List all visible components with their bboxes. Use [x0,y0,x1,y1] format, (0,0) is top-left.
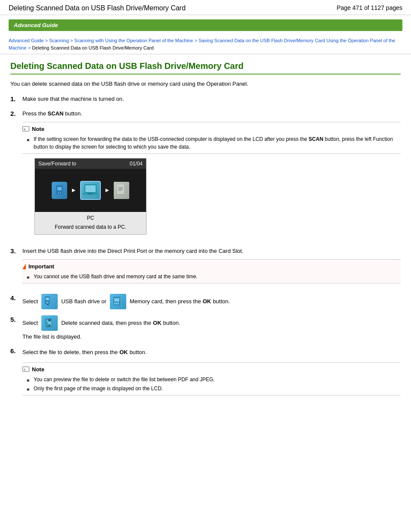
note-step2-header: Note [22,125,401,134]
step-6-text-after: button. [130,347,147,358]
step-5-number: 5. [10,316,22,323]
svg-rect-11 [118,189,123,190]
step-6-row: Select the file to delete, then press th… [22,347,401,358]
step-4-content: Select USB flash drive or [22,294,401,309]
svg-point-23 [48,319,51,321]
step-6: 6. Select the file to delete, then press… [10,347,401,400]
screen-icons-area: ► ► [35,169,146,212]
step-4-text-after: Memory card, then press the [130,296,201,307]
svg-rect-19 [114,302,115,305]
svg-rect-5 [85,185,96,192]
important-title: Important [28,262,54,271]
step-1-text: Make sure that the machine is turned on. [22,96,124,102]
step-2-text-before: Press the [22,110,48,117]
important-item-1: ■ You cannot use the USB flash drive and… [27,273,401,280]
note-step6-item-2: ■ Only the first page of the image is di… [27,385,401,392]
step-4-ok: OK [202,296,211,307]
step-4-text-select: Select [22,296,38,307]
step-2-scan-bold: SCAN [48,110,64,117]
step-4-number: 4. [10,294,22,302]
note-bullet: ■ [27,137,32,143]
step-5-text-after: Delete scanned data, then press the [61,317,151,329]
svg-point-3 [59,192,60,193]
important-bullet: ■ [27,274,32,280]
step-6-number: 6. [10,347,22,355]
note-step2: Note ■ If the setting screen for forward… [22,122,401,154]
svg-rect-10 [118,187,123,188]
step-5-text-end: button. [163,317,181,329]
usb-drive-icon [52,182,67,199]
screen-top-bar: Save/Forward to 01/04 [35,159,146,169]
svg-rect-24 [47,324,50,327]
screen-bottom: PC Forward scanned data to a PC. [35,212,146,234]
screen-page: 01/04 [130,160,143,168]
laptop-icon [80,181,101,200]
step-2-number: 2. [10,110,22,117]
breadcrumb: Advanced Guide > Scanning > Scanning wit… [0,35,411,54]
step-1: 1. Make sure that the machine is turned … [10,95,401,103]
step-5-row: Select Delete scanned data, then press t… [22,315,401,331]
step5-delete-icon [41,315,58,331]
page-header: Deleting Scanned Data on USB Flash Drive… [0,0,411,15]
advanced-guide-banner: Advanced Guide [9,19,402,31]
step-2-content: Press the SCAN button. Note ■ If the set… [22,109,401,241]
svg-marker-9 [124,184,126,186]
note-step6: Note ■ You can preview the file to delet… [22,362,401,395]
arrow-icon-1: ► [71,186,77,195]
document-icon [114,182,129,199]
step-1-content: Make sure that the machine is turned on. [22,95,401,103]
breadcrumb-link-advanced[interactable]: Advanced Guide [9,38,44,43]
step-1-number: 1. [10,95,22,103]
step-3-text: Insert the USB flash drive into the Dire… [22,248,243,254]
step-5-file-list-note: The file list is displayed. [22,333,401,341]
note-step6-title: Note [32,365,44,374]
header-title: Deleting Scanned Data on USB Flash Drive… [9,4,186,12]
important-triangle-icon [22,264,26,269]
note-step2-title: Note [32,125,44,134]
important-text: You cannot use the USB flash drive and m… [34,273,197,280]
breadcrumb-link-scanning[interactable]: Scanning [49,38,69,43]
step-4-text-middle: USB flash drive or [61,296,106,307]
note-step2-item-1: ■ If the setting screen for forwarding t… [27,135,401,151]
svg-rect-18 [114,298,119,302]
step-4-row: Select USB flash drive or [22,294,401,309]
main-title: Deleting Scanned Data on USB Flash Drive… [10,61,401,75]
breadcrumb-link-operation-panel[interactable]: Scanning with Using the Operation Panel … [74,38,193,43]
step-4-text-end: button. [213,296,230,307]
step-2: 2. Press the SCAN button. Note ■ If the … [10,109,401,241]
screen-title: Save/Forward to [38,160,76,168]
note-icon [22,126,30,132]
step4-usb-icon [41,294,58,309]
step4-memcard-icon [110,294,126,309]
step-6-text-before: Select the file to delete, then press th… [22,347,118,358]
step-3: 3. Insert the USB flash drive into the D… [10,247,401,288]
step-2-text-after: button. [65,110,82,117]
step-5-file-list-text: The file list is displayed. [22,333,81,340]
banner-label: Advanced Guide [14,22,58,28]
important-header: Important [22,262,401,271]
step-4: 4. Select USB flash drive or [10,294,401,309]
step-5-content: Select Delete scanned data, then press t… [22,315,401,341]
step-6-content: Select the file to delete, then press th… [22,347,401,400]
screen-pc-label: PC [39,214,142,222]
svg-rect-7 [88,193,93,194]
note-step6-text-1: You can preview the file to delete or sw… [34,376,215,383]
step-5-text-before: Select [22,317,38,329]
svg-rect-12 [118,190,121,191]
note-step6-text-2: Only the first page of the image is disp… [34,385,163,392]
note-step6-icon [22,367,30,373]
step-5-ok: OK [153,317,162,329]
page-info: Page 471 of 1127 pages [336,4,402,11]
screen-pc-desc: Forward scanned data to a PC. [39,223,142,231]
arrow-icon-2: ► [104,186,110,195]
main-content: Deleting Scanned Data on USB Flash Drive… [0,54,411,416]
step-3-number: 3. [10,247,22,255]
important-box: Important ■ You cannot use the USB flash… [22,259,401,283]
intro-text: You can delete scanned data on the USB f… [10,81,401,87]
note-step6-bullet-2: ■ [27,386,32,392]
step-5: 5. Select Delete scanned data, then pres… [10,315,401,341]
step-6-ok: OK [119,347,128,358]
svg-rect-21 [118,302,119,305]
note-step6-item-1: ■ You can preview the file to delete or … [27,376,401,383]
svg-rect-15 [47,302,48,303]
